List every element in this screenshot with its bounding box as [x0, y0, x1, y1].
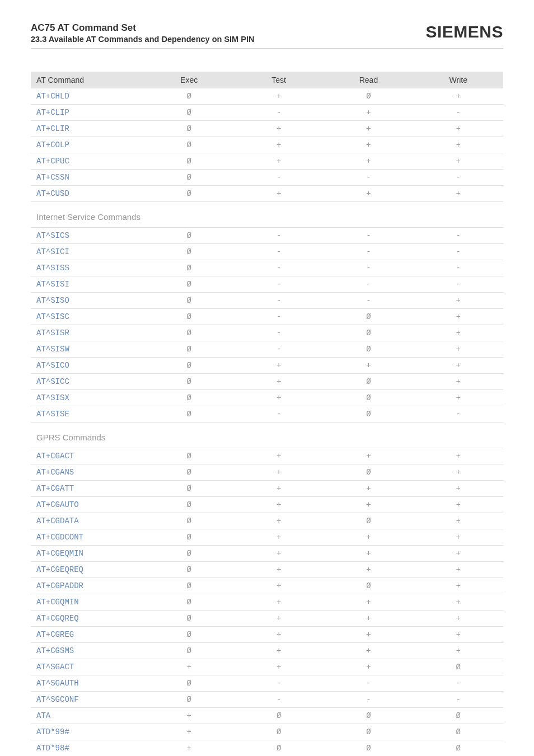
at-command-link[interactable]: AT+CGDATA	[31, 513, 144, 529]
table-row: AT+CGATTØ+++	[31, 481, 503, 497]
cell-write: +	[414, 121, 503, 137]
cell-exec: Ø	[144, 374, 234, 390]
table-row: AT+CUSDØ+++	[31, 186, 503, 202]
table-row: AT^SICCØ+Ø+	[31, 374, 503, 390]
at-command-link[interactable]: AT^SISS	[31, 260, 144, 276]
at-command-link[interactable]: AT+CLIP	[31, 105, 144, 121]
cell-exec: Ø	[144, 529, 234, 546]
at-command-link[interactable]: AT+CGATT	[31, 481, 144, 497]
cell-read: -	[324, 293, 413, 309]
table-row: AT+CGDATAØ+Ø+	[31, 513, 503, 529]
cell-write: +	[414, 358, 503, 374]
at-command-link[interactable]: AT+CGACT	[31, 448, 144, 464]
cell-read: +	[324, 481, 413, 497]
cell-write: +	[414, 627, 503, 643]
at-command-link[interactable]: AT+CGPADDR	[31, 578, 144, 594]
at-command-link[interactable]: AT+CGEQREQ	[31, 562, 144, 578]
cell-test: +	[234, 481, 324, 497]
cell-exec: Ø	[144, 88, 234, 105]
cell-test: -	[234, 244, 324, 260]
cell-write: +	[414, 497, 503, 513]
cell-test: +	[234, 594, 324, 611]
table-row: AT+COLPØ+++	[31, 137, 503, 153]
at-command-link[interactable]: AT^SICS	[31, 228, 144, 244]
at-command-link[interactable]: AT+CPUC	[31, 153, 144, 170]
cell-exec: +	[144, 708, 234, 724]
cell-test: -	[234, 105, 324, 121]
cell-write: -	[414, 692, 503, 708]
section-title: Internet Service Commands	[31, 202, 503, 228]
table-row: AT^SISXØ+Ø+	[31, 390, 503, 406]
at-command-link[interactable]: AT+CGQMIN	[31, 594, 144, 611]
at-command-link[interactable]: AT+CGREG	[31, 627, 144, 643]
table-row: AT^SGCONFØ---	[31, 692, 503, 708]
at-command-link[interactable]: AT^SGACT	[31, 659, 144, 675]
at-command-link[interactable]: AT^SGCONF	[31, 692, 144, 708]
cell-read: -	[324, 228, 413, 244]
cell-read: Ø	[324, 341, 413, 358]
at-command-link[interactable]: AT^SISE	[31, 406, 144, 422]
at-command-link[interactable]: AT+CGAUTO	[31, 497, 144, 513]
at-command-link[interactable]: AT^SICC	[31, 374, 144, 390]
at-command-link[interactable]: AT^SISC	[31, 309, 144, 325]
page-header: AC75 AT Command Set 23.3 Available AT Co…	[31, 22, 503, 49]
table-row: AT^SICSØ---	[31, 228, 503, 244]
at-command-link[interactable]: ATD*99#	[31, 724, 144, 740]
cell-test: +	[234, 627, 324, 643]
cell-write: +	[414, 137, 503, 153]
table-row: AT+CGREGØ+++	[31, 627, 503, 643]
cell-test: +	[234, 121, 324, 137]
at-command-link[interactable]: AT+CGQREQ	[31, 611, 144, 627]
table-row: AT+CGACTØ+++	[31, 448, 503, 464]
at-command-link[interactable]: AT+CHLD	[31, 88, 144, 105]
at-command-link[interactable]: AT^SISW	[31, 341, 144, 358]
cell-test: +	[234, 513, 324, 529]
at-command-link[interactable]: AT+CGSMS	[31, 643, 144, 659]
table-row: AT^SISWØ-Ø+	[31, 341, 503, 358]
doc-title: AC75 AT Command Set	[31, 22, 254, 34]
at-command-link[interactable]: AT^SISR	[31, 325, 144, 341]
cell-test: -	[234, 341, 324, 358]
at-command-link[interactable]: AT+CUSD	[31, 186, 144, 202]
at-command-link[interactable]: AT+COLP	[31, 137, 144, 153]
cell-exec: Ø	[144, 562, 234, 578]
cell-exec: Ø	[144, 594, 234, 611]
at-command-link[interactable]: AT+CLIR	[31, 121, 144, 137]
col-at-command: AT Command	[31, 72, 144, 88]
table-row: AT+CPUCØ+++	[31, 153, 503, 170]
cell-read: -	[324, 260, 413, 276]
cell-read: Ø	[324, 88, 413, 105]
cell-test: -	[234, 692, 324, 708]
cell-test: -	[234, 293, 324, 309]
cell-write: +	[414, 594, 503, 611]
table-row: AT+CLIPØ-+-	[31, 105, 503, 121]
table-row: AT^SGAUTHØ---	[31, 675, 503, 692]
cell-exec: Ø	[144, 481, 234, 497]
cell-exec: Ø	[144, 244, 234, 260]
cell-read: -	[324, 244, 413, 260]
at-command-link[interactable]: AT^SICO	[31, 358, 144, 374]
col-write: Write	[414, 72, 503, 88]
at-command-link[interactable]: AT^SICI	[31, 244, 144, 260]
cell-read: Ø	[324, 390, 413, 406]
at-command-link[interactable]: ATD*98#	[31, 740, 144, 757]
at-command-link[interactable]: AT+CGDCONT	[31, 529, 144, 546]
table-row: AT^SGACT+++Ø	[31, 659, 503, 675]
cell-exec: Ø	[144, 448, 234, 464]
at-command-link[interactable]: AT^SGAUTH	[31, 675, 144, 692]
at-command-link[interactable]: AT+CGANS	[31, 464, 144, 481]
cell-write: -	[414, 406, 503, 422]
cell-exec: Ø	[144, 121, 234, 137]
cell-test: +	[234, 546, 324, 562]
at-command-link[interactable]: AT+CSSN	[31, 170, 144, 186]
cell-exec: Ø	[144, 228, 234, 244]
cell-read: Ø	[324, 374, 413, 390]
at-command-link[interactable]: AT^SISI	[31, 276, 144, 293]
cell-read: +	[324, 121, 413, 137]
at-command-link[interactable]: AT^SISO	[31, 293, 144, 309]
at-command-link[interactable]: AT+CGEQMIN	[31, 546, 144, 562]
table-row: AT+CGAUTOØ+++	[31, 497, 503, 513]
at-command-link[interactable]: AT^SISX	[31, 390, 144, 406]
cell-exec: Ø	[144, 325, 234, 341]
at-command-link[interactable]: ATA	[31, 708, 144, 724]
